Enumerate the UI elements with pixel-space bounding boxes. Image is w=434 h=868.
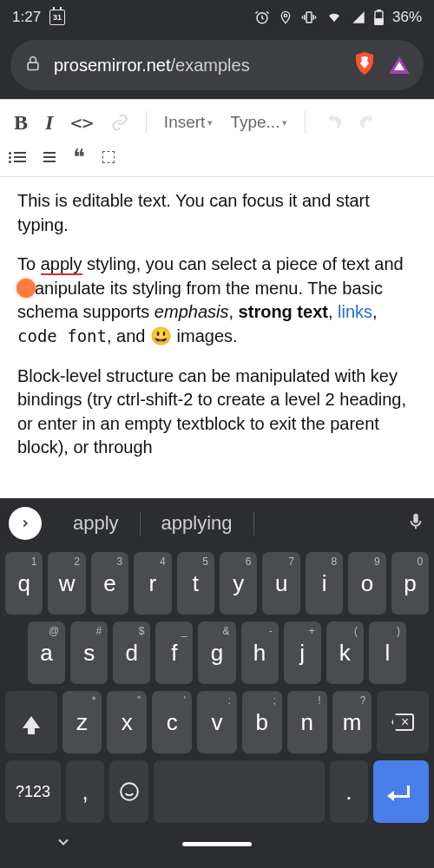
paragraph[interactable]: This is editable text. You can focus it … (17, 189, 417, 237)
blockquote-button[interactable]: ❝ (73, 144, 85, 171)
code-button[interactable]: <> (70, 112, 94, 134)
paragraph[interactable]: Block-level structure can be manipulated… (17, 365, 417, 460)
emoji-image: 😃 (150, 326, 172, 345)
key-d[interactable]: d$ (113, 621, 150, 684)
italic-button[interactable]: I (45, 111, 53, 135)
shift-key[interactable] (5, 691, 57, 753)
key-p[interactable]: p0 (391, 552, 429, 615)
period-key[interactable]: . (330, 760, 368, 823)
key-v[interactable]: v: (197, 691, 237, 753)
key-i[interactable]: i8 (306, 552, 343, 615)
insert-dropdown[interactable]: Insert▾ (164, 113, 214, 132)
editor-content[interactable]: This is editable text. You can focus it … (0, 177, 434, 488)
status-time: 1:27 (12, 9, 41, 26)
enter-key[interactable] (373, 760, 429, 823)
key-o[interactable]: o9 (348, 552, 385, 615)
key-g[interactable]: g& (198, 621, 235, 684)
signal-icon (352, 10, 365, 24)
type-dropdown[interactable]: Type...▾ (230, 113, 287, 132)
vibrate-icon (301, 10, 317, 25)
alarm-icon (254, 10, 270, 25)
bullet-list-button[interactable] (14, 149, 26, 165)
comma-key[interactable]: , (66, 760, 104, 823)
url-text[interactable]: prosemirror.net/examples (54, 56, 340, 76)
suggestion-strip: apply applying (0, 498, 434, 549)
editor-toolbar: B I <> Insert▾ Type...▾ ❝ (0, 99, 434, 177)
key-c[interactable]: c' (152, 691, 192, 753)
key-m[interactable]: m? (332, 691, 372, 753)
key-z[interactable]: z* (62, 691, 102, 753)
bold-button[interactable]: B (14, 111, 28, 135)
battery-percent: 36% (392, 9, 422, 26)
redo-button[interactable] (359, 113, 378, 132)
android-nav-bar (0, 826, 434, 861)
key-x[interactable]: x" (107, 691, 147, 753)
lock-icon (24, 55, 42, 76)
svg-point-1 (284, 14, 286, 16)
bat-token-icon[interactable] (389, 56, 410, 74)
backspace-key[interactable] (377, 691, 429, 753)
toolbar-separator (305, 111, 306, 134)
svg-rect-6 (28, 62, 38, 69)
browser-url-bar[interactable]: prosemirror.net/examples (10, 40, 424, 90)
key-w[interactable]: w2 (48, 552, 85, 615)
undo-button[interactable] (323, 113, 342, 132)
svg-rect-5 (375, 19, 383, 24)
svg-point-7 (121, 783, 138, 800)
ordered-list-button[interactable] (43, 149, 56, 165)
suggestion-1[interactable]: apply (52, 512, 140, 535)
key-l[interactable]: l) (369, 621, 406, 684)
voice-input-button[interactable] (406, 510, 425, 536)
key-t[interactable]: t5 (177, 552, 214, 615)
calendar-icon: 31 (49, 10, 65, 25)
lift-button[interactable] (102, 151, 115, 163)
location-icon (279, 10, 293, 25)
brave-shield-icon[interactable] (352, 51, 377, 79)
key-e[interactable]: e3 (91, 552, 128, 615)
key-u[interactable]: u7 (262, 552, 299, 615)
symbols-key[interactable]: ?123 (5, 760, 61, 823)
text-cursor-indicator (16, 279, 36, 298)
svg-rect-4 (378, 10, 381, 11)
suggestion-2[interactable]: applying (141, 512, 253, 535)
expand-suggestions-button[interactable] (9, 507, 42, 540)
toolbar-separator (146, 111, 147, 134)
emoji-key[interactable] (109, 760, 148, 823)
space-key[interactable] (154, 760, 325, 823)
wifi-icon (326, 10, 343, 24)
link-sample[interactable]: links (338, 302, 372, 321)
emphasis-sample: emphasis (155, 302, 229, 321)
link-button[interactable] (111, 114, 128, 131)
strong-sample: strong text (239, 302, 328, 321)
paragraph[interactable]: To apply styling, you can select a piece… (17, 253, 417, 348)
key-a[interactable]: a@ (28, 621, 65, 684)
battery-icon (374, 10, 384, 25)
key-y[interactable]: y6 (220, 552, 257, 615)
key-s[interactable]: s# (70, 621, 108, 684)
selected-word[interactable]: apply (41, 254, 82, 275)
key-b[interactable]: b; (242, 691, 282, 753)
key-k[interactable]: k( (326, 621, 364, 684)
key-n[interactable]: n! (287, 691, 327, 753)
prosemirror-editor: B I <> Insert▾ Type...▾ ❝ This is editab… (0, 99, 434, 498)
svg-rect-2 (306, 12, 312, 23)
android-status-bar: 1:27 31 36% (0, 0, 434, 35)
key-j[interactable]: j+ (284, 621, 321, 684)
soft-keyboard: apply applying q1w2e3r4t5y6u7i8o9p0 a@s#… (0, 498, 434, 868)
key-h[interactable]: h- (241, 621, 279, 684)
home-handle[interactable] (182, 842, 252, 846)
key-q[interactable]: q1 (5, 552, 43, 615)
key-r[interactable]: r4 (134, 552, 171, 615)
keyboard-collapse-button[interactable] (55, 833, 72, 854)
code-sample: code font (17, 326, 107, 345)
key-f[interactable]: f_ (155, 621, 193, 684)
